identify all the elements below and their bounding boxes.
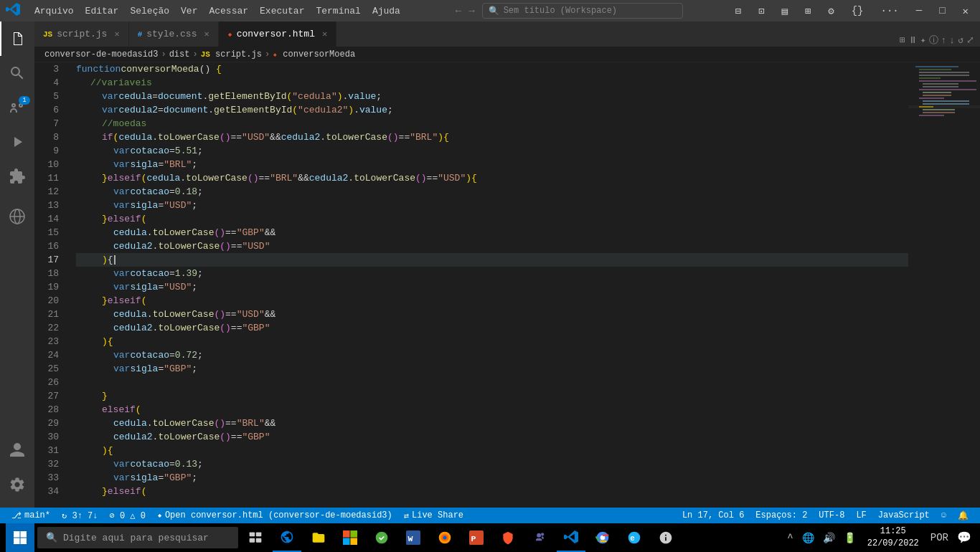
tray-volume[interactable]: 🔊 xyxy=(820,532,838,544)
pause-icon[interactable]: ⏸ xyxy=(908,35,918,46)
status-encoding[interactable]: UTF-8 xyxy=(813,508,850,523)
status-bell[interactable]: 🔔 xyxy=(952,508,974,523)
tab-close-conversor-html[interactable]: ✕ xyxy=(322,29,327,39)
taskbar-app-explorer[interactable] xyxy=(304,523,333,552)
svg-rect-3 xyxy=(908,62,980,492)
activity-source-control[interactable]: 1 xyxy=(0,90,34,125)
code-area[interactable]: function conversorMoeda() { //variaveis … xyxy=(70,62,908,508)
json-icon[interactable]: {} xyxy=(846,4,870,18)
status-line-ending[interactable]: LF xyxy=(850,508,872,523)
nav-arrows: ← → xyxy=(453,4,478,18)
status-position[interactable]: Ln 17, Col 6 xyxy=(677,508,750,523)
nav-back[interactable]: ← xyxy=(453,4,464,18)
info-icon[interactable]: ⓘ xyxy=(929,34,938,47)
breadcrumb-root[interactable]: conversor-de-moedasid3 xyxy=(44,49,158,60)
notification-button[interactable]: 💬 xyxy=(954,530,974,545)
taskbar-app-powerpoint[interactable]: P xyxy=(462,523,491,552)
sync-label: ↻ 3↑ 7↓ xyxy=(62,510,98,521)
tab-conversor-html[interactable]: ⬥ conversor.html ✕ xyxy=(219,22,336,47)
breadcrumb-dist[interactable]: dist xyxy=(169,49,190,60)
settings-icon[interactable]: ⚙ xyxy=(822,4,839,19)
menu-terminal[interactable]: Terminal xyxy=(310,0,366,22)
status-branch[interactable]: ⎇ main* xyxy=(6,508,56,523)
up-icon[interactable]: ↑ xyxy=(941,35,947,46)
svg-rect-22 xyxy=(919,115,944,116)
vscode-logo xyxy=(6,2,20,20)
more-icon[interactable]: ··· xyxy=(875,4,905,18)
start-button[interactable] xyxy=(6,523,34,552)
language-indicator[interactable]: POR xyxy=(928,532,951,543)
breadcrumb-function[interactable]: ⬥ conversorMoeda xyxy=(273,49,355,60)
taskbar-app-gamepass[interactable] xyxy=(367,523,396,552)
split-icon[interactable]: ⊡ xyxy=(753,4,770,19)
activity-account[interactable] xyxy=(0,433,34,467)
status-feedback[interactable]: ☺ xyxy=(936,508,952,523)
linenum-12: 12 xyxy=(34,185,65,199)
taskbar-app-edge[interactable] xyxy=(273,523,301,552)
tab-close-script-js[interactable]: ✕ xyxy=(114,29,119,39)
open-conversor-icon: ⬥ xyxy=(157,510,162,520)
menu-ajuda[interactable]: Ajuda xyxy=(367,0,406,22)
activity-remote[interactable] xyxy=(0,199,34,234)
command-palette[interactable]: 🔍 Sem título (Workspace) xyxy=(482,3,683,19)
layout-icon[interactable]: ⊟ xyxy=(730,4,747,19)
taskbar-app-vscode[interactable] xyxy=(557,523,585,552)
linenum-13: 13 xyxy=(34,199,65,212)
svg-rect-21 xyxy=(923,112,955,113)
activity-search[interactable] xyxy=(0,56,34,90)
system-clock[interactable]: 11:25 22/09/2022 xyxy=(862,525,925,550)
taskbar-app-taskview[interactable] xyxy=(241,523,270,552)
taskbar-app-chrome[interactable] xyxy=(588,523,617,552)
maximize-button[interactable]: □ xyxy=(933,4,951,18)
tray-battery[interactable]: 🔋 xyxy=(841,532,859,544)
taskbar-search[interactable]: 🔍 Digite aqui para pesquisar xyxy=(37,527,238,548)
taskbar-app-misc[interactable] xyxy=(651,523,680,552)
nav-forward[interactable]: → xyxy=(466,4,477,18)
wand-icon[interactable]: ✦ xyxy=(920,34,926,46)
taskbar-app-store[interactable] xyxy=(336,523,364,552)
activity-settings[interactable] xyxy=(0,467,34,502)
errors-label: ⊘ 0 △ 0 xyxy=(109,510,145,521)
minimize-button[interactable]: ─ xyxy=(910,4,928,18)
menu-selecao[interactable]: Seleção xyxy=(124,0,175,22)
tab-close-style-css[interactable]: ✕ xyxy=(204,29,209,39)
taskbar-app-teams[interactable] xyxy=(525,523,554,552)
svg-text:P: P xyxy=(471,534,476,544)
breadcrumb-script-label: script.js xyxy=(215,49,262,60)
menu-acessar[interactable]: Acessar xyxy=(203,0,254,22)
activity-extensions[interactable] xyxy=(0,159,34,194)
refresh-icon[interactable]: ↺ xyxy=(958,34,963,46)
taskbar-app-brave[interactable] xyxy=(494,523,522,552)
down-icon[interactable]: ↓ xyxy=(949,35,955,46)
taskbar-app-firefox[interactable] xyxy=(430,523,459,552)
menu-executar[interactable]: Executar xyxy=(254,0,310,22)
code-line-34: }else if ( xyxy=(76,485,908,498)
menu-editar[interactable]: Editar xyxy=(80,0,125,22)
minimap xyxy=(908,62,980,508)
status-language[interactable]: JavaScript xyxy=(872,508,936,523)
tab-script-js[interactable]: JS script.js ✕ xyxy=(34,22,129,47)
tray-expand[interactable]: ^ xyxy=(784,532,796,543)
status-spaces[interactable]: Espaços: 2 xyxy=(750,508,813,523)
status-open-conversor[interactable]: ⬥ Open conversor.html (conversor-de-moed… xyxy=(151,508,398,523)
close-button[interactable]: ✕ xyxy=(957,4,974,19)
activity-explorer[interactable] xyxy=(0,22,34,56)
panel-icon[interactable]: ▤ xyxy=(776,4,793,19)
activity-run[interactable] xyxy=(0,125,34,159)
menu-ver[interactable]: Ver xyxy=(175,0,203,22)
breadcrumb-script[interactable]: JS script.js xyxy=(201,49,262,60)
tray-network[interactable]: 🌐 xyxy=(799,532,817,544)
maximize-editor-icon[interactable]: ⤢ xyxy=(966,34,974,46)
menu-arquivo[interactable]: Arquivo xyxy=(29,0,80,22)
status-live-share[interactable]: ⇄ Live Share xyxy=(398,508,469,523)
status-sync[interactable]: ↻ 3↑ 7↓ xyxy=(56,508,103,523)
customize-icon[interactable]: ⊞ xyxy=(799,4,816,19)
svg-rect-10 xyxy=(923,83,958,85)
status-errors[interactable]: ⊘ 0 △ 0 xyxy=(103,508,151,523)
taskbar-search-text: Digite aqui para pesquisar xyxy=(63,533,209,543)
taskbar-app-ie[interactable]: e xyxy=(620,523,649,552)
taskbar-app-word[interactable]: W xyxy=(399,523,428,552)
tab-style-css[interactable]: # style.css ✕ xyxy=(129,22,219,47)
taskbar: 🔍 Digite aqui para pesquisar W P e xyxy=(0,523,980,552)
split-editor-icon[interactable]: ⊞ xyxy=(900,34,905,46)
